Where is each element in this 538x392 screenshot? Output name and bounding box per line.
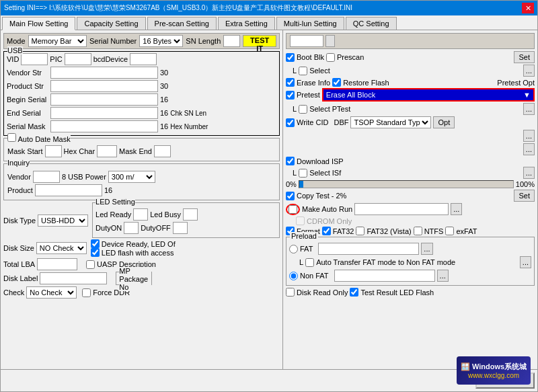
dots-button-4[interactable]: ... [523, 143, 535, 155]
write-cid-checkbox[interactable] [286, 118, 295, 127]
boot-blk-checkbox[interactable] [286, 53, 295, 62]
mask-start-input[interactable]: 3 [45, 145, 62, 157]
close-button[interactable]: ✕ [522, 3, 534, 13]
boot-blk-label: Boot Blk [297, 53, 324, 61]
tab-qc[interactable]: QC Setting [346, 17, 397, 30]
select-ptest-checkbox[interactable] [299, 105, 307, 114]
led-led-label: Led [95, 210, 108, 219]
set-button-1[interactable]: Set [514, 51, 535, 63]
vendor-str-input[interactable]: SMI Corporation [50, 67, 158, 79]
sn-length-input[interactable]: 16 [223, 35, 240, 47]
dots-button-3[interactable]: ... [523, 130, 535, 142]
auto-date-checkbox[interactable] [7, 133, 16, 142]
l-label-4: L [299, 258, 303, 266]
fat32-checkbox[interactable] [322, 227, 331, 235]
tab-multi-lun[interactable]: Multi-lun Setting [276, 17, 344, 30]
end-serial-input[interactable]: AA04012799999999 [50, 107, 158, 119]
test-result-checkbox[interactable] [350, 288, 358, 297]
test-it-button[interactable]: TEST IT [243, 35, 276, 47]
led-flash-checkbox[interactable] [91, 248, 100, 257]
exfat-checkbox[interactable] [445, 227, 454, 235]
disk-size-row: Disk Size NO Check Device Ready, LED Of … [3, 239, 280, 257]
usb-power-select[interactable]: 300 m/ [108, 171, 155, 183]
hex-char-label: Hex Char [64, 147, 95, 155]
prescan-checkbox[interactable] [326, 53, 335, 62]
fat32-label: FAT32 [333, 227, 354, 235]
select-ptest-dots-button[interactable]: ... [523, 103, 535, 115]
ntfs-checkbox[interactable] [414, 227, 422, 235]
non-fat-radio[interactable] [289, 272, 298, 280]
fat-radio[interactable] [289, 245, 298, 253]
disk-label-input[interactable]: USB DISK [40, 272, 107, 284]
pic-input[interactable]: 1000 [65, 53, 91, 65]
make-auto-run-label: Make Auto Run [302, 205, 352, 213]
check-select[interactable]: No Check [26, 286, 77, 299]
product-str-input[interactable]: USB DISK [50, 80, 158, 92]
duty-off-label: DutyOFF [141, 224, 171, 232]
copy-test-checkbox[interactable] [286, 192, 295, 200]
product-input[interactable]: USB DISK [35, 184, 102, 196]
auto-transfer-checkbox[interactable] [305, 258, 314, 267]
dbf-select[interactable]: TSOP Standard Type [350, 116, 431, 128]
serial-mask-input[interactable]: AA############# [50, 120, 158, 132]
fat32-vista-checkbox[interactable] [356, 227, 364, 235]
begin-serial-input[interactable]: AA00000000011179 [50, 93, 158, 106]
auto-date-title: Auto Date Mask [7, 133, 71, 143]
erase-all-block-dropdown[interactable]: Erase All Block ▼ [322, 88, 535, 102]
copy-test-set-button[interactable]: Set [514, 190, 535, 202]
hex-char-input[interactable] [97, 145, 117, 157]
download-isp-checkbox[interactable] [286, 157, 295, 165]
select-isf-checkbox[interactable] [299, 169, 307, 178]
serial-number-select[interactable]: 16 Bytes [139, 35, 183, 47]
mode-row: Mode Memory Bar Serial Number 16 Bytes S… [3, 33, 280, 49]
auto-transfer-dots[interactable]: ... [520, 256, 531, 268]
device-ready-row: Device Ready, LED Of [91, 239, 280, 248]
progress-bar [299, 180, 514, 188]
opt-button[interactable]: Opt [433, 116, 455, 128]
select-isf-dots[interactable]: ... [523, 167, 535, 179]
ready-input[interactable]: 3 [133, 208, 148, 221]
make-auto-run-path[interactable]: D:\BaiduYunDownload\老马PE之V57.iso [354, 203, 449, 215]
disk-type-select[interactable]: USB-HDD [38, 214, 88, 227]
mask-end-input[interactable]: 10 [154, 145, 171, 157]
mode-select[interactable]: Memory Bar [28, 35, 87, 47]
device-ready-checkbox[interactable] [91, 239, 100, 248]
make-auto-run-checkbox[interactable] [289, 205, 297, 214]
busy-input[interactable]: 48 [183, 208, 198, 221]
change-pw-button[interactable] [325, 35, 335, 47]
tab-bar: Main Flow Setting Capacity Setting Pre-s… [1, 15, 537, 30]
make-auto-run-dots[interactable]: ... [451, 203, 462, 215]
timeout-input[interactable] [290, 35, 323, 47]
restore-flash-checkbox[interactable] [332, 78, 341, 87]
led-setting-group: LED Setting Led Ready 3 Led Busy 48 Duty… [92, 202, 280, 238]
uasp-checkbox[interactable] [86, 260, 95, 269]
write-cid-row: Write CID DBF TSOP Standard Type Opt [286, 116, 535, 128]
total-lba-input[interactable]: 0 [37, 258, 77, 270]
copy-test-dash: - [332, 192, 334, 200]
vendor-input[interactable]: SMI [33, 171, 60, 183]
duty-off-input[interactable]: 0 [173, 222, 188, 234]
duty-on-label: DutyON [95, 224, 122, 232]
select-dots-button[interactable]: ... [523, 65, 535, 77]
bcd-device-input[interactable]: 1100 [130, 53, 157, 65]
non-fat-path-input[interactable] [334, 270, 435, 282]
pretest-opt-label: Pretest Opt [497, 79, 535, 87]
tab-main-flow[interactable]: Main Flow Setting [2, 17, 75, 30]
erase-info-checkbox[interactable] [286, 78, 295, 87]
duty-on-input[interactable]: 0 [124, 222, 139, 234]
cdrom-only-checkbox[interactable] [296, 217, 305, 225]
select-checkbox[interactable] [299, 67, 307, 75]
vid-input[interactable]: 090C [21, 53, 48, 65]
disk-read-only-checkbox[interactable] [286, 288, 295, 297]
non-fat-path-dots[interactable]: ... [437, 270, 449, 282]
force-ddr-checkbox[interactable] [82, 288, 91, 297]
serial-mask-16: 16 [160, 122, 168, 130]
pretest-checkbox[interactable] [286, 91, 295, 100]
tab-capacity[interactable]: Capacity Setting [77, 17, 145, 30]
watermark-site: www.wxclgg.com [468, 372, 519, 379]
tab-prescan[interactable]: Pre-scan Setting [147, 17, 217, 30]
tab-extra[interactable]: Extra Setting [218, 17, 275, 30]
fat-path-dots[interactable]: ... [421, 243, 432, 255]
fat-path-input[interactable] [318, 243, 419, 255]
disk-size-select[interactable]: NO Check [36, 242, 87, 254]
